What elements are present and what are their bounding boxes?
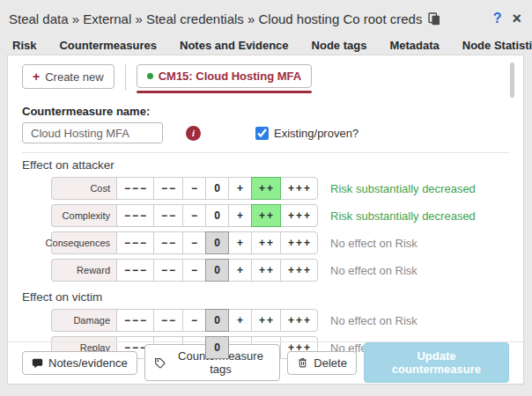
scale-button[interactable]: ++	[251, 177, 281, 200]
delete-label: Delete	[314, 356, 347, 370]
scale-button[interactable]: 0	[205, 177, 229, 200]
existing-proven-checkbox[interactable]	[255, 127, 269, 140]
name-row: i Existing/proven?	[22, 122, 509, 143]
effect-row-reward: Reward −−− −− − 0 + ++ +++ No effect on …	[51, 259, 509, 282]
effect-row-damage: Damage −−− −− − 0 + ++ +++ No effect on …	[51, 309, 509, 332]
scale-button[interactable]: −	[182, 231, 206, 254]
scale-button[interactable]: −	[182, 177, 206, 200]
plus-icon: +	[33, 70, 40, 84]
effect-scale-consequences: −−− −− − 0 + ++ +++	[117, 231, 318, 254]
update-countermeasure-button[interactable]: Update countermeasure	[364, 342, 509, 383]
scale-button[interactable]: ++	[251, 259, 281, 282]
effect-scale-damage: −−− −− − 0 + ++ +++	[117, 309, 318, 332]
footer-toolbar: Notes/evidence Countermeasure tags Delet…	[8, 341, 523, 384]
effect-on-attacker-title: Effect on attacker	[22, 158, 509, 172]
scale-button[interactable]: −−	[153, 231, 183, 254]
scale-button[interactable]: −−−	[116, 259, 154, 282]
scale-button[interactable]: +	[228, 309, 252, 332]
scale-button[interactable]: +++	[280, 177, 318, 200]
countermeasure-name-label: Countermeasure name:	[22, 105, 509, 118]
info-icon[interactable]: i	[186, 126, 201, 141]
scale-button[interactable]: −−	[153, 204, 183, 227]
scale-button[interactable]: −−−	[116, 177, 154, 200]
existing-proven-field: Existing/proven?	[255, 127, 358, 140]
scale-button[interactable]: +++	[280, 259, 318, 282]
trash-icon	[297, 356, 308, 369]
breadcrumb-title: Steal data » External » Steal credential…	[9, 11, 422, 26]
effect-row-complexity: Complexity −−− −− − 0 + ++ +++ Risk subs…	[51, 204, 509, 227]
risk-status-text: No effect on Risk	[330, 314, 417, 327]
close-button[interactable]: ×	[512, 12, 521, 25]
scale-button[interactable]: −−−	[116, 204, 154, 227]
title-bar: Steal data » External » Steal credential…	[0, 0, 532, 31]
green-dot-icon	[147, 73, 153, 79]
notes-evidence-button[interactable]: Notes/evidence	[22, 351, 137, 375]
countermeasures-panel: + Create new CM15: Cloud Hosting MFA Cou…	[7, 55, 524, 385]
row-label-complexity: Complexity	[51, 204, 117, 227]
scale-button[interactable]: −−−	[116, 309, 154, 332]
speech-bubble-icon	[32, 357, 43, 369]
risk-status-text: Risk substantially decreased	[330, 182, 476, 195]
scale-button[interactable]: +	[228, 259, 252, 282]
notes-evidence-label: Notes/evidence	[48, 356, 128, 370]
scale-button[interactable]: −−	[153, 259, 183, 282]
section-divider	[22, 152, 509, 153]
row-label-damage: Damage	[51, 309, 117, 332]
tag-icon	[154, 357, 166, 369]
active-countermeasure-underline	[137, 91, 313, 93]
effect-scale-reward: −−− −− − 0 + ++ +++	[117, 259, 318, 282]
effect-on-victim-title: Effect on victim	[22, 290, 509, 304]
scale-button[interactable]: −−	[153, 177, 183, 200]
scale-button[interactable]: −	[182, 259, 206, 282]
scale-button[interactable]: +	[228, 231, 252, 254]
row-label-consequences: Consequences	[51, 231, 117, 254]
effect-scale-complexity: −−− −− − 0 + ++ +++	[117, 204, 318, 227]
copy-icon[interactable]	[428, 12, 440, 26]
scale-button[interactable]: +	[228, 177, 252, 200]
risk-status-text: Risk substantially decreased	[330, 209, 476, 223]
cm15-button[interactable]: CM15: Cloud Hosting MFA	[137, 64, 313, 88]
scale-button[interactable]: 0	[205, 204, 229, 227]
effect-scale-cost: −−− −− − 0 + ++ +++	[117, 177, 318, 200]
cm15-label: CM15: Cloud Hosting MFA	[159, 70, 302, 83]
scale-button[interactable]: 0	[205, 231, 229, 254]
row-label-cost: Cost	[51, 177, 117, 200]
scale-button[interactable]: +++	[280, 231, 318, 254]
countermeasure-name-input[interactable]	[22, 122, 163, 143]
help-button[interactable]: ?	[493, 11, 502, 26]
scale-button[interactable]: ++	[251, 231, 281, 254]
risk-status-text: No effect on Risk	[330, 237, 417, 250]
row-label-reward: Reward	[51, 259, 117, 282]
scale-button[interactable]: −−−	[116, 231, 154, 254]
scale-button[interactable]: −	[182, 204, 206, 227]
scale-button[interactable]: −	[182, 309, 206, 332]
countermeasure-item: CM15: Cloud Hosting MFA	[137, 64, 313, 93]
vertical-divider	[125, 64, 126, 91]
scale-button[interactable]: −−	[153, 309, 183, 332]
scale-button[interactable]: ++	[251, 204, 281, 227]
scale-button[interactable]: ++	[251, 309, 281, 332]
existing-proven-label: Existing/proven?	[274, 127, 358, 140]
scale-button[interactable]: 0	[205, 336, 229, 359]
scale-button[interactable]: +	[228, 204, 252, 227]
scale-button[interactable]: 0	[205, 309, 229, 332]
create-new-label: Create new	[45, 70, 103, 84]
scale-button[interactable]: +++	[280, 204, 318, 227]
countermeasure-selector-bar: + Create new CM15: Cloud Hosting MFA	[22, 64, 509, 93]
effect-row-cost: Cost −−− −− − 0 + ++ +++ Risk substantia…	[51, 177, 509, 200]
create-new-button[interactable]: + Create new	[22, 64, 115, 89]
delete-button[interactable]: Delete	[287, 351, 357, 375]
vertical-scrollbar[interactable]	[510, 62, 514, 98]
scale-button[interactable]: 0	[205, 259, 229, 282]
scale-button[interactable]: +++	[280, 309, 318, 332]
risk-status-text: No effect on Risk	[330, 264, 417, 277]
effect-row-consequences: Consequences −−− −− − 0 + ++ +++ No effe…	[51, 231, 509, 254]
